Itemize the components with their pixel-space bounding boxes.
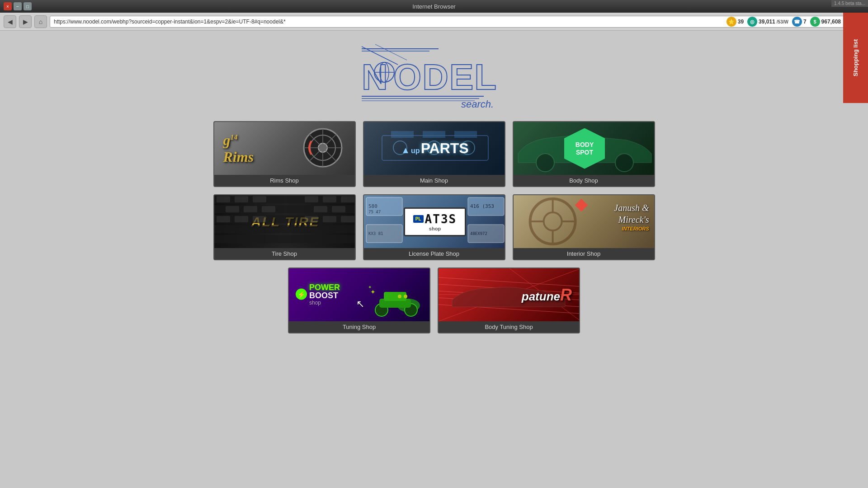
svg-rect-48	[305, 216, 318, 222]
interior-thumb: Janush & Mireck's INTERIORS	[514, 195, 655, 248]
svg-rect-46	[314, 206, 327, 212]
svg-point-28	[615, 154, 633, 172]
svg-rect-45	[341, 196, 354, 202]
svg-rect-39	[262, 206, 275, 212]
svg-point-61	[543, 212, 561, 230]
bodytuning-shop-card[interactable]: patuneR Body Tuning Shop	[438, 267, 580, 333]
svg-rect-36	[253, 196, 266, 202]
gold-icon: ⭐	[726, 17, 736, 27]
body-thumb: BODYSPOT	[514, 122, 655, 175]
svg-rect-32	[214, 225, 356, 233]
rims-shop-label: Rims Shop	[214, 175, 355, 186]
bodytuning-thumb: patuneR	[439, 268, 580, 321]
tire-shop-card[interactable]: ALL TIRE Tire Shop	[213, 194, 356, 260]
title-bar: × − □ Internet Browser 1.4.5 beta sta...	[0, 0, 868, 13]
rims-shop-card[interactable]: g14Rims	[213, 121, 356, 187]
main-thumb: ▲ up PARTS	[364, 122, 505, 175]
svg-rect-50	[341, 216, 354, 222]
bodytuning-shop-label: Body Tuning Shop	[439, 321, 579, 333]
phone-stat: ☎ 7	[792, 17, 807, 27]
gold-stat: ⭐ 39	[726, 17, 744, 27]
svg-rect-44	[323, 196, 336, 202]
svg-rect-70	[384, 292, 406, 301]
svg-text:416 (353: 416 (353	[470, 203, 494, 209]
resource-icon: ◎	[747, 17, 757, 27]
plate-shop-card[interactable]: 580 75 47 416 (353 KX3 81 4BEX972 PL AT	[363, 194, 505, 260]
svg-text:✦: ✦	[368, 285, 372, 290]
minimize-button[interactable]: −	[14, 2, 22, 10]
plate-thumb: 580 75 47 416 (353 KX3 81 4BEX972 PL AT	[364, 195, 505, 248]
svg-text:search.: search.	[461, 99, 494, 110]
svg-rect-49	[323, 216, 336, 222]
gold-value: 39	[738, 19, 744, 25]
window-controls[interactable]: × − □	[4, 2, 32, 10]
forward-button[interactable]: ▶	[19, 15, 32, 28]
shopping-list-tab[interactable]: Shopping list	[843, 13, 868, 103]
svg-rect-37	[226, 206, 239, 212]
svg-rect-40	[217, 216, 230, 222]
svg-text:KX3 81: KX3 81	[368, 231, 383, 236]
svg-point-71	[398, 295, 401, 298]
money-stat: $ 967,608	[810, 17, 841, 27]
svg-text:75 47: 75 47	[368, 210, 381, 214]
svg-text:4BEX972: 4BEX972	[470, 231, 487, 236]
svg-text:580: 580	[368, 203, 377, 209]
plate-shop-label: License Plate Shop	[364, 248, 505, 259]
main-shop-label: Main Shop	[364, 175, 505, 186]
svg-point-72	[404, 295, 407, 298]
bodyspot-text: BODYSPOT	[576, 141, 594, 156]
money-icon: $	[810, 17, 820, 27]
version-badge: 1.4.5 beta sta...	[831, 0, 868, 7]
interior-text: Janush & Mireck's INTERIORS	[614, 202, 649, 232]
svg-rect-33	[214, 235, 356, 243]
close-button[interactable]: ×	[4, 2, 12, 10]
interiors-label: INTERIORS	[614, 225, 649, 232]
home-button[interactable]: ⌂	[34, 15, 47, 28]
plate-subtext: shop	[429, 226, 441, 231]
tuning-thumb: ✦ ✦ ⚡ POWER BOOST shop	[289, 268, 430, 321]
resource-stat: ◎ 39,011 /53/W	[747, 17, 788, 27]
maximize-button[interactable]: □	[24, 2, 32, 10]
logo-svg: N ODEL search.	[348, 40, 520, 112]
svg-rect-43	[305, 196, 318, 202]
svg-rect-47	[332, 206, 345, 212]
interior-shop-label: Interior Shop	[514, 248, 654, 259]
svg-rect-41	[235, 216, 248, 222]
svg-rect-21	[391, 131, 414, 138]
svg-rect-42	[253, 216, 266, 222]
phone-icon: ☎	[792, 17, 802, 27]
shop-grid-row2: ✦ ✦ ⚡ POWER BOOST shop	[288, 267, 580, 333]
interior-shop-card[interactable]: Janush & Mireck's INTERIORS Interior Sho…	[513, 194, 655, 260]
body-shop-card[interactable]: BODYSPOT Body Shop	[513, 121, 655, 187]
svg-rect-38	[244, 206, 257, 212]
money-value: 967,608	[821, 19, 841, 25]
resource-label: /53/W	[777, 19, 788, 24]
rims-logo-text: g14Rims	[223, 132, 254, 165]
svg-text:ODEL: ODEL	[393, 57, 497, 97]
tuning-shop-card[interactable]: ✦ ✦ ⚡ POWER BOOST shop	[288, 267, 430, 333]
tuning-shop-label: Tuning Shop	[289, 321, 429, 333]
stats-bar: ⭐ 39 ◎ 39,011 /53/W ☎ 7 $ 967,608	[726, 13, 841, 31]
rims-thumb: g14Rims	[214, 122, 356, 175]
tire-thumb: ALL TIRE	[214, 195, 356, 248]
svg-rect-23	[454, 131, 477, 138]
back-button[interactable]: ◀	[4, 15, 16, 28]
svg-rect-35	[235, 196, 248, 202]
main-plate: PL AT3S shop	[404, 207, 466, 236]
logo-area: N ODEL search.	[348, 40, 520, 112]
main-shop-card[interactable]: ▲ up PARTS Main Shop	[363, 121, 505, 187]
svg-rect-34	[217, 196, 230, 202]
plate-text: AT3S	[425, 212, 457, 226]
nav-bar: ◀ ▶ ⌂ https://www.noodel.com/webhp?sourc…	[0, 13, 868, 31]
browser-content: N ODEL search. g14Rims	[0, 31, 868, 488]
svg-point-27	[536, 154, 554, 172]
shop-grid-row1: g14Rims	[213, 121, 655, 260]
svg-rect-22	[423, 131, 445, 138]
tire-shop-label: Tire Shop	[214, 248, 355, 259]
resource-value: 39,011	[759, 19, 775, 25]
body-shop-label: Body Shop	[514, 175, 654, 186]
window-title: Internet Browser	[412, 3, 455, 10]
phone-value: 7	[803, 19, 807, 25]
